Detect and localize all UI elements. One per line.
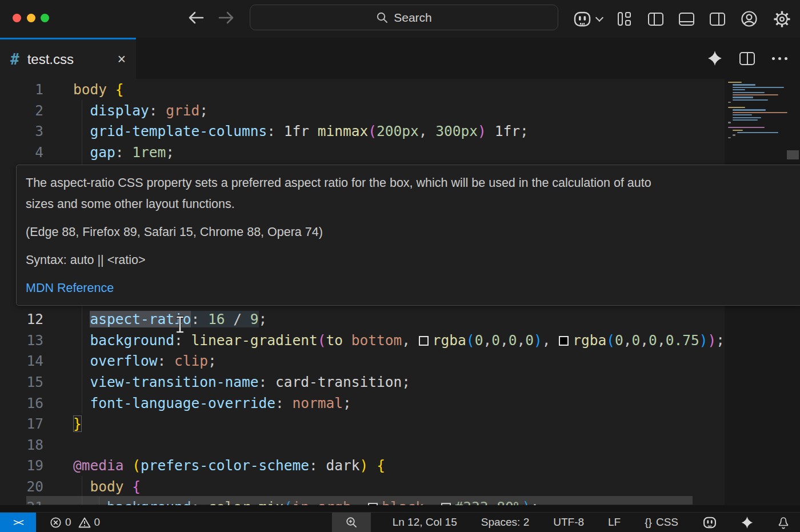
code-token: (: [368, 123, 377, 139]
mdn-reference-link[interactable]: MDN Reference: [26, 278, 795, 299]
code-token: 0: [649, 332, 657, 349]
minimize-window-button[interactable]: [27, 14, 35, 22]
code-token: [368, 457, 377, 474]
code-token: dark: [326, 457, 360, 474]
zoom-status-button[interactable]: [332, 513, 371, 532]
line-number: 15: [0, 371, 43, 393]
split-editor-icon: [739, 52, 755, 65]
code-token: ): [707, 332, 716, 349]
go-forward-button[interactable]: [216, 9, 237, 26]
code-token: :: [149, 102, 166, 119]
code-line-3[interactable]: 3grid-template-columns: 1fr minmax(200px…: [0, 121, 725, 142]
copilot-icon: [702, 517, 717, 529]
code-token: 0: [632, 332, 641, 349]
close-window-button[interactable]: [13, 14, 21, 22]
code-token: 1rem: [132, 144, 166, 161]
customize-layout-button[interactable]: [618, 12, 633, 26]
tooltip-browser-compat: (Edge 88, Firefox 89, Safari 15, Chrome …: [26, 222, 795, 243]
code-token: overflow: [90, 353, 157, 369]
file-encoding[interactable]: UTF-8: [551, 513, 586, 532]
code-token: ;: [402, 374, 410, 390]
problems-indicator[interactable]: 0 0: [47, 513, 102, 532]
customize-layout-icon: [618, 12, 633, 26]
code-line-2[interactable]: 2display: grid;: [0, 100, 725, 121]
code-token: ,: [542, 332, 559, 349]
code-token: prefers-color-scheme: [141, 457, 309, 474]
code-token: ;: [716, 332, 725, 349]
code-token: [486, 123, 495, 139]
code-token: :: [267, 123, 284, 139]
code-line-19[interactable]: 19@media (prefers-color-scheme: dark) {: [0, 455, 725, 476]
settings-button[interactable]: [773, 10, 791, 28]
code-token: to: [326, 332, 343, 349]
cursor-position[interactable]: Ln 12, Col 15: [390, 513, 459, 532]
code-editor[interactable]: 1body {2display: grid;3grid-template-col…: [0, 79, 800, 505]
code-token: [123, 478, 132, 495]
minimap-line: [733, 84, 755, 85]
code-token: ): [699, 332, 708, 349]
close-tab-icon[interactable]: ×: [117, 52, 126, 66]
copilot-status-button[interactable]: [700, 513, 719, 532]
toggle-secondary-sidebar-button[interactable]: [710, 13, 725, 26]
go-back-button[interactable]: [186, 9, 206, 26]
horizontal-scrollbar[interactable]: [26, 496, 693, 505]
tab-test-css[interactable]: # test.css ×: [0, 38, 136, 79]
line-number: 12: [0, 309, 43, 330]
editor-bottom-edge: [0, 505, 800, 512]
code-line-1[interactable]: 1body {: [0, 79, 725, 100]
code-line-20[interactable]: 20body {: [0, 476, 725, 497]
code-line-18[interactable]: 18: [0, 434, 725, 455]
notifications-button[interactable]: [775, 513, 792, 532]
split-editor-button[interactable]: [739, 52, 755, 65]
remote-indicator[interactable]: ><: [0, 513, 36, 532]
code-token: ;: [343, 395, 351, 411]
command-center-search[interactable]: Search: [250, 5, 558, 30]
language-mode[interactable]: {} CSS: [642, 513, 681, 532]
mouse-cursor-ibeam: [175, 315, 185, 334]
code-line-13[interactable]: 13background: linear-gradient(to bottom,…: [0, 330, 725, 351]
ai-status-button[interactable]: [739, 513, 755, 532]
eol-setting[interactable]: LF: [606, 513, 623, 532]
code-line-14[interactable]: 14overflow: clip;: [0, 350, 725, 371]
zoom-window-button[interactable]: [41, 14, 49, 22]
code-token: (: [318, 332, 326, 349]
code-token: grid: [166, 102, 199, 119]
account-icon: [741, 10, 758, 27]
error-icon: [50, 517, 62, 529]
vertical-scrollbar-slider[interactable]: [787, 150, 799, 159]
code-line-4[interactable]: 4gap: 1rem;: [0, 142, 725, 163]
minimap-line: [733, 89, 745, 90]
copilot-edit-button[interactable]: [707, 51, 722, 66]
bell-icon: [777, 516, 790, 529]
warning-icon: [78, 517, 91, 529]
code-token: ,: [419, 123, 436, 139]
code-token: 0: [475, 332, 483, 349]
code-line-15[interactable]: 15view-transition-name: card-transition;: [0, 371, 725, 393]
code-token: ;: [199, 102, 208, 119]
code-token: ): [360, 457, 369, 474]
toggle-primary-sidebar-button[interactable]: [648, 13, 663, 26]
account-button[interactable]: [741, 10, 758, 27]
code-token: @media: [73, 457, 124, 474]
search-label: Search: [394, 11, 432, 25]
code-token: {: [377, 457, 385, 474]
code-line-16[interactable]: 16font-language-override: normal;: [0, 393, 725, 414]
indentation-setting[interactable]: Spaces: 2: [479, 513, 532, 532]
code-token: gap: [90, 144, 115, 161]
toggle-panel-button[interactable]: [679, 13, 694, 26]
code-token: 300px: [435, 123, 478, 139]
code-token: font-language-override: [90, 395, 275, 411]
code-line-17[interactable]: 17}: [0, 413, 725, 434]
more-actions-button[interactable]: [772, 57, 787, 60]
code-token: (: [466, 332, 475, 349]
chevron-down-icon: [595, 13, 603, 21]
code-line-12[interactable]: 12aspect-ratio: 16 / 9;: [0, 309, 725, 330]
line-number: 14: [0, 350, 43, 371]
code-token: bottom: [351, 332, 402, 349]
code-token: view-transition-name: [90, 374, 258, 390]
code-token: ,: [500, 332, 509, 349]
copilot-menu-button[interactable]: [573, 11, 602, 27]
code-token: 16: [208, 311, 225, 327]
code-token: ;: [166, 144, 174, 161]
settings-gear-icon: [773, 10, 791, 28]
